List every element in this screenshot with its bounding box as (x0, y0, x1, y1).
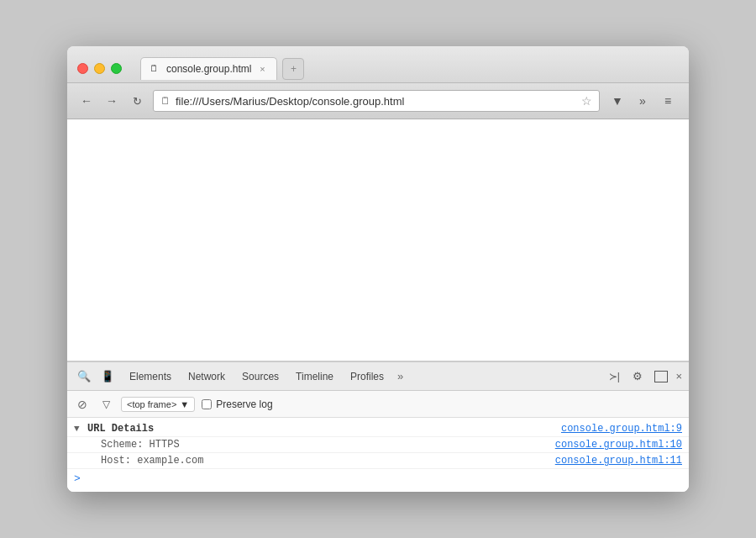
inspect-element-button[interactable]: 🔍 (74, 367, 94, 387)
console-row-scheme[interactable]: Scheme: HTTPS console.group.html:10 (67, 437, 689, 453)
console-prompt-icon: > (74, 472, 81, 485)
page-icon: 🗒 (160, 95, 171, 107)
back-button[interactable]: ← (77, 92, 96, 110)
new-tab-button[interactable]: + (282, 58, 304, 80)
tab-sources[interactable]: Sources (234, 366, 287, 388)
traffic-lights (77, 63, 122, 74)
nav-right-buttons: ▼ » ≡ (606, 90, 679, 112)
console-row-host-text: Host: example.com (87, 455, 555, 467)
more-button[interactable]: » (632, 90, 654, 112)
devtools-right-actions: ≻| ⚙ × (605, 367, 682, 386)
tab-title: console.group.html (166, 63, 251, 75)
console-prompt-row[interactable]: > (67, 469, 689, 488)
device-mode-button[interactable]: 📱 (97, 367, 118, 387)
menu-button[interactable]: ≡ (657, 90, 679, 112)
devtools-tab-bar: 🔍 📱 Elements Network Sources Timeline Pr… (67, 362, 689, 391)
dock-icon (654, 371, 668, 382)
address-bar[interactable]: 🗒 file:///Users/Marius/Desktop/console.g… (153, 90, 600, 112)
more-tabs-button[interactable]: » (392, 367, 408, 386)
settings-button[interactable]: ⚙ (628, 367, 647, 386)
dock-button[interactable] (652, 367, 670, 386)
main-content (67, 119, 689, 361)
forward-button[interactable]: → (102, 92, 121, 110)
clear-console-button[interactable]: ⊘ (74, 396, 91, 413)
title-bar: 🗒 console.group.html × + (67, 46, 689, 83)
tab-timeline[interactable]: Timeline (287, 366, 342, 388)
url-text: file:///Users/Marius/Desktop/console.gro… (176, 95, 576, 108)
nav-bar: ← → ↻ 🗒 file:///Users/Marius/Desktop/con… (67, 83, 689, 119)
tab-network[interactable]: Network (180, 366, 234, 388)
active-tab[interactable]: 🗒 console.group.html × (140, 57, 277, 80)
console-group-link[interactable]: console.group.html:9 (561, 423, 682, 435)
minimize-button[interactable] (94, 63, 105, 74)
devtools-console-content: ▼ URL Details console.group.html:9 Schem… (67, 418, 689, 492)
device-icon: 📱 (101, 370, 114, 382)
refresh-button[interactable]: ↻ (128, 92, 146, 110)
tab-profiles[interactable]: Profiles (342, 366, 392, 388)
frame-label: <top frame> (127, 399, 176, 409)
console-row-host[interactable]: Host: example.com console.group.html:11 (67, 453, 689, 469)
gear-icon: ⚙ (633, 370, 643, 382)
bookmark-star-icon[interactable]: ☆ (581, 94, 592, 108)
frame-selector[interactable]: <top frame> ▼ (121, 397, 195, 412)
preserve-log-checkbox[interactable] (202, 399, 212, 409)
row-spacer (74, 439, 87, 440)
preserve-log-label[interactable]: Preserve log (202, 398, 272, 410)
console-row-host-link[interactable]: console.group.html:11 (555, 455, 682, 467)
frame-dropdown-arrow: ▼ (180, 399, 189, 409)
no-entry-icon: ⊘ (77, 398, 87, 411)
close-button[interactable] (77, 63, 88, 74)
devtools-panel: 🔍 📱 Elements Network Sources Timeline Pr… (67, 361, 689, 492)
row-spacer-2 (74, 455, 87, 456)
execute-button[interactable]: ≻| (605, 367, 623, 386)
tab-elements[interactable]: Elements (121, 366, 180, 388)
console-row-scheme-text: Scheme: HTTPS (87, 439, 555, 451)
preserve-log-text: Preserve log (216, 398, 272, 410)
devtools-toolbar: ⊘ ▽ <top frame> ▼ Preserve log (67, 391, 689, 418)
devtools-close-button[interactable]: × (675, 370, 682, 382)
pocket-button[interactable]: ▼ (606, 90, 628, 112)
filter-button[interactable]: ▽ (97, 396, 114, 413)
maximize-button[interactable] (111, 63, 122, 74)
group-expand-arrow[interactable]: ▼ (74, 423, 87, 434)
close-icon: × (675, 370, 682, 382)
console-row-scheme-link[interactable]: console.group.html:10 (555, 439, 682, 451)
console-group-header[interactable]: ▼ URL Details console.group.html:9 (67, 421, 689, 437)
execute-icon: ≻| (609, 371, 620, 382)
search-icon: 🔍 (77, 370, 91, 382)
tab-close-button[interactable]: × (256, 63, 268, 75)
tab-page-icon: 🗒 (150, 63, 161, 75)
console-group-label: URL Details (87, 423, 561, 435)
filter-icon: ▽ (102, 398, 110, 410)
browser-window: 🗒 console.group.html × + ← → ↻ 🗒 file://… (67, 46, 689, 492)
